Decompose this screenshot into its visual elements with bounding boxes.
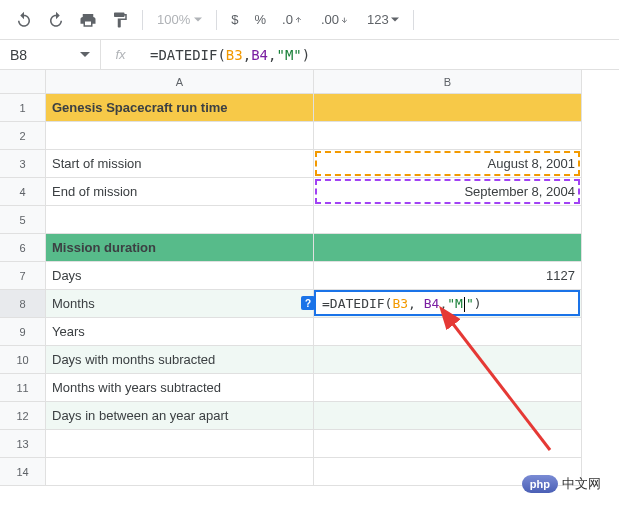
cell-b2[interactable] (314, 122, 582, 150)
column-headers: A B (46, 70, 582, 94)
row-header[interactable]: 6 (0, 234, 46, 262)
cell-b11[interactable] (314, 374, 582, 402)
separator (216, 10, 217, 30)
cell-b3[interactable]: August 8, 2001 (314, 150, 582, 178)
zoom-value: 100% (157, 12, 190, 27)
currency-button[interactable]: $ (225, 12, 244, 27)
cell-a8[interactable]: Months (46, 290, 314, 318)
cells-area: Genesis Spacecraft run time Start of mis… (46, 94, 582, 486)
row-header[interactable]: 2 (0, 122, 46, 150)
redo-button[interactable] (42, 6, 70, 34)
more-formats-dropdown[interactable]: 123 (361, 12, 405, 27)
col-header-a[interactable]: A (46, 70, 314, 94)
cell-a7[interactable]: Days (46, 262, 314, 290)
cell-a11[interactable]: Months with years subtracted (46, 374, 314, 402)
cell-b5[interactable] (314, 206, 582, 234)
watermark: php 中文网 (522, 475, 601, 493)
row-header[interactable]: 9 (0, 318, 46, 346)
cell-a6[interactable]: Mission duration (46, 234, 314, 262)
cell-b10[interactable] (314, 346, 582, 374)
cell-a13[interactable] (46, 430, 314, 458)
cell-b1[interactable] (314, 94, 582, 122)
cell-a10[interactable]: Days with months subracted (46, 346, 314, 374)
cell-b4[interactable]: September 8, 2004 (314, 178, 582, 206)
cell-a14[interactable] (46, 458, 314, 486)
undo-button[interactable] (10, 6, 38, 34)
chevron-down-icon (80, 50, 90, 60)
fx-icon: fx (100, 40, 140, 69)
row-header[interactable]: 11 (0, 374, 46, 402)
row-header[interactable]: 13 (0, 430, 46, 458)
cell-a1[interactable]: Genesis Spacecraft run time (46, 94, 314, 122)
cell-b7[interactable]: 1127 (314, 262, 582, 290)
increase-decimal-button[interactable]: .00 (315, 12, 357, 27)
formula-input[interactable]: =DATEDIF(B3, B4,"M") (140, 40, 619, 69)
paint-format-button[interactable] (106, 6, 134, 34)
toolbar: 100% $ % .0 .00 123 (0, 0, 619, 40)
separator (142, 10, 143, 30)
col-header-b[interactable]: B (314, 70, 582, 94)
row-header[interactable]: 8 (0, 290, 46, 318)
cell-b12[interactable] (314, 402, 582, 430)
cell-a12[interactable]: Days in between an year apart (46, 402, 314, 430)
watermark-badge: php (522, 475, 558, 493)
row-header[interactable]: 3 (0, 150, 46, 178)
cell-a5[interactable] (46, 206, 314, 234)
cell-b9[interactable] (314, 318, 582, 346)
cell-a9[interactable]: Years (46, 318, 314, 346)
cell-reference: B8 (10, 47, 27, 63)
row-header[interactable]: 10 (0, 346, 46, 374)
print-button[interactable] (74, 6, 102, 34)
separator (413, 10, 414, 30)
row-header[interactable]: 1 (0, 94, 46, 122)
row-header[interactable]: 7 (0, 262, 46, 290)
decrease-decimal-button[interactable]: .0 (276, 12, 311, 27)
row-header[interactable]: 5 (0, 206, 46, 234)
row-header[interactable]: 4 (0, 178, 46, 206)
zoom-dropdown[interactable]: 100% (151, 12, 208, 27)
cell-a4[interactable]: End of mission (46, 178, 314, 206)
formula-bar: B8 fx =DATEDIF(B3, B4,"M") (0, 40, 619, 70)
cell-a2[interactable] (46, 122, 314, 150)
cell-b13[interactable] (314, 430, 582, 458)
row-header[interactable]: 12 (0, 402, 46, 430)
formula-help-badge[interactable]: ? (301, 296, 315, 310)
cell-b6[interactable] (314, 234, 582, 262)
select-all-corner[interactable] (0, 70, 46, 94)
text-cursor (464, 297, 465, 312)
percent-button[interactable]: % (248, 12, 272, 27)
active-cell-editor[interactable]: ? =DATEDIF(B3, B4,"M") (314, 290, 580, 316)
watermark-text: 中文网 (562, 475, 601, 493)
cell-formula-text: =DATEDIF(B3, B4,"M") (316, 292, 578, 316)
row-header[interactable]: 14 (0, 458, 46, 486)
row-headers: 1 2 3 4 5 6 7 8 9 10 11 12 13 14 (0, 94, 46, 486)
cell-a3[interactable]: Start of mission (46, 150, 314, 178)
name-box[interactable]: B8 (0, 47, 100, 63)
